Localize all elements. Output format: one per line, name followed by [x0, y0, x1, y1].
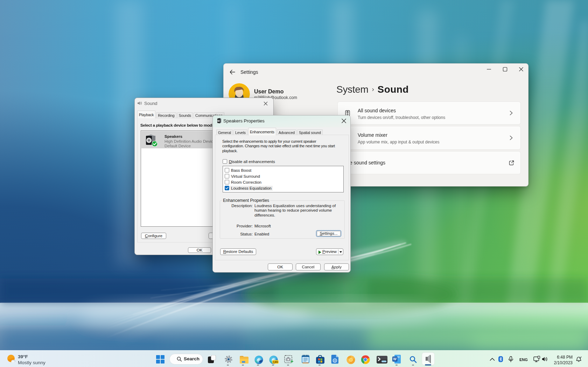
svg-text:z: z	[581, 356, 582, 358]
svg-text:W: W	[393, 357, 397, 361]
svg-text:CAN: CAN	[273, 361, 278, 363]
